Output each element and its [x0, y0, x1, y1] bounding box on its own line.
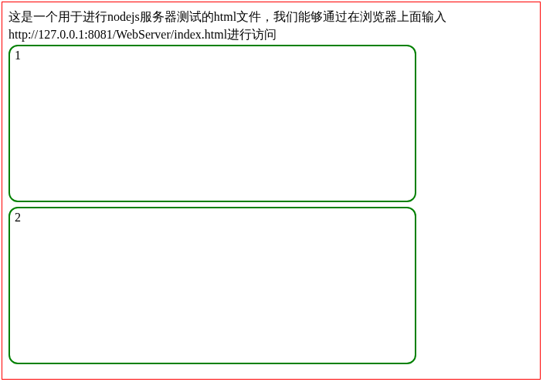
box-1-label: 1	[15, 49, 21, 62]
outer-container: 这是一个用于进行nodejs服务器测试的html文件，我们能够通过在浏览器上面输…	[2, 2, 541, 380]
description-text: 这是一个用于进行nodejs服务器测试的html文件，我们能够通过在浏览器上面输…	[2, 8, 540, 43]
description-line-2: http://127.0.0.1:8081/WebServer/index.ht…	[8, 28, 276, 41]
description-line-1: 这是一个用于进行nodejs服务器测试的html文件，我们能够通过在浏览器上面输…	[8, 10, 446, 23]
green-box-2: 2	[8, 207, 416, 364]
green-box-1: 1	[8, 45, 416, 202]
box-2-label: 2	[15, 211, 21, 224]
